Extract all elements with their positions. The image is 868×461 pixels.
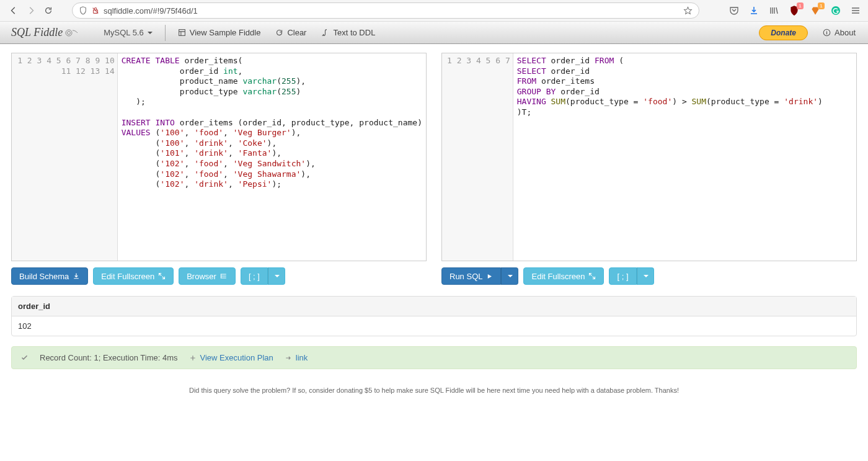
- query-editor[interactable]: 1 2 3 4 5 6 7 SELECT order_id FROM ( SEL…: [441, 53, 857, 261]
- grammarly-icon[interactable]: [831, 6, 841, 16]
- svg-rect-4: [179, 30, 185, 36]
- table-cell: 102: [12, 316, 856, 336]
- schema-buttons: Build Schema Edit Fullscreen Browser [ ;…: [11, 267, 427, 285]
- check-icon: [20, 354, 29, 362]
- app-toolbar: SQL Fiddle MySQL 5.6 View Sample Fiddle …: [0, 22, 868, 44]
- line-gutter: 1 2 3 4 5 6 7: [442, 53, 513, 261]
- schema-pane: 1 2 3 4 5 6 7 8 9 10 11 12 13 14 CREATE …: [11, 53, 427, 285]
- results-table: order_id 102: [11, 296, 857, 336]
- schema-editor[interactable]: 1 2 3 4 5 6 7 8 9 10 11 12 13 14 CREATE …: [11, 53, 427, 261]
- db-selector[interactable]: MySQL 5.6: [96, 28, 160, 37]
- svg-point-3: [68, 31, 71, 34]
- edit-fullscreen-button[interactable]: Edit Fullscreen: [93, 267, 174, 285]
- terminator-button[interactable]: [ ; ]: [609, 267, 636, 285]
- url-bar[interactable]: sqlfiddle.com/#!9/75f46d/1: [72, 2, 699, 19]
- extension-icon[interactable]: 1: [810, 5, 821, 16]
- lock-crossed-icon: [91, 6, 100, 15]
- footer-message: Did this query solve the problem? If so,…: [0, 387, 868, 394]
- ublock-icon[interactable]: 1: [789, 5, 800, 16]
- library-icon[interactable]: [769, 6, 779, 16]
- donate-button[interactable]: Donate: [759, 25, 808, 40]
- edit-fullscreen-button[interactable]: Edit Fullscreen: [523, 267, 604, 285]
- query-pane: 1 2 3 4 5 6 7 SELECT order_id FROM ( SEL…: [441, 53, 857, 285]
- about-button[interactable]: About: [815, 24, 863, 42]
- status-summary: Record Count: 1; Execution Time: 4ms: [40, 353, 178, 362]
- shield-icon: [79, 6, 87, 15]
- clear-button[interactable]: Clear: [268, 24, 314, 42]
- text-to-ddl-button[interactable]: Text to DDL: [314, 24, 383, 42]
- column-header: order_id: [12, 297, 856, 316]
- share-icon: [285, 354, 292, 362]
- plus-icon: [189, 354, 197, 362]
- terminator-button[interactable]: [ ; ]: [241, 267, 268, 285]
- query-buttons: Run SQL Edit Fullscreen [ ; ]: [441, 267, 857, 285]
- forward-button[interactable]: [25, 4, 37, 17]
- reload-button[interactable]: [42, 4, 55, 17]
- schema-code[interactable]: CREATE TABLE order_items( order_id int, …: [118, 53, 426, 261]
- url-text: sqlfiddle.com/#!9/75f46d/1: [104, 6, 198, 16]
- schema-browser-button[interactable]: Browser: [179, 267, 236, 285]
- browser-chrome: sqlfiddle.com/#!9/75f46d/1 1 1: [0, 0, 868, 22]
- chevron-down-icon: [275, 275, 280, 277]
- svg-point-2: [66, 30, 72, 36]
- badge: 1: [797, 2, 804, 9]
- run-sql-dropdown[interactable]: [501, 267, 518, 285]
- line-gutter: 1 2 3 4 5 6 7 8 9 10 11 12 13 14: [12, 53, 118, 261]
- build-schema-button[interactable]: Build Schema: [11, 267, 88, 285]
- star-icon[interactable]: [683, 6, 693, 16]
- view-sample-button[interactable]: View Sample Fiddle: [170, 24, 268, 42]
- download-icon[interactable]: [749, 6, 759, 16]
- chevron-down-icon: [644, 275, 649, 277]
- permalink-link[interactable]: link: [296, 353, 308, 362]
- terminator-dropdown[interactable]: [637, 267, 654, 285]
- pocket-icon[interactable]: [729, 6, 739, 16]
- query-code[interactable]: SELECT order_id FROM ( SELECT order_id F…: [513, 53, 826, 261]
- menu-icon[interactable]: [851, 6, 861, 16]
- back-button[interactable]: [7, 4, 20, 17]
- table-row: 102: [12, 316, 856, 336]
- terminator-dropdown[interactable]: [268, 267, 285, 285]
- app-logo[interactable]: SQL Fiddle: [5, 26, 85, 39]
- badge: 1: [818, 2, 825, 9]
- editor-area: 1 2 3 4 5 6 7 8 9 10 11 12 13 14 CREATE …: [0, 44, 868, 291]
- run-sql-button[interactable]: Run SQL: [441, 267, 501, 285]
- chevron-down-icon: [508, 275, 513, 277]
- status-bar: Record Count: 1; Execution Time: 4ms Vie…: [11, 346, 857, 369]
- chevron-down-icon: [148, 32, 153, 34]
- view-execution-plan-link[interactable]: View Execution Plan: [200, 353, 273, 362]
